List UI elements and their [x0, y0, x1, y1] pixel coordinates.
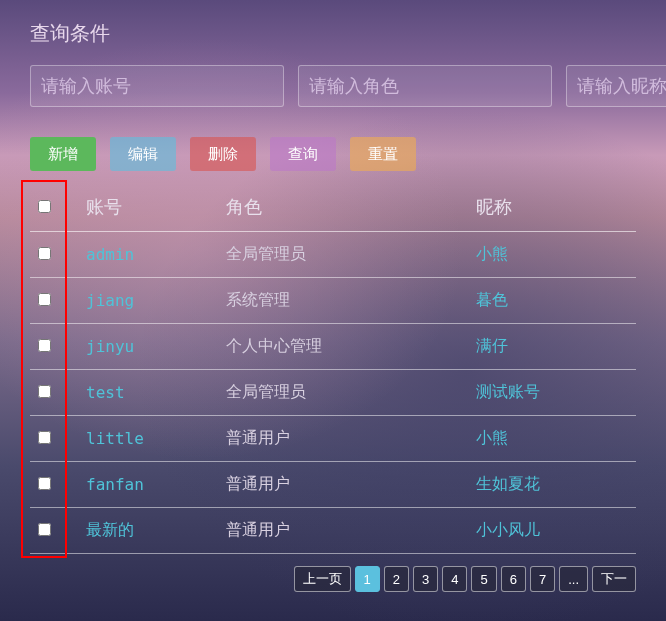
data-table: 账号 角色 昵称 admin全局管理员小熊jiang系统管理暮色jinyu个人中…	[30, 185, 636, 554]
account-input[interactable]	[30, 65, 284, 107]
col-account: 账号	[80, 185, 220, 232]
table-row: 最新的普通用户小小风儿	[30, 508, 636, 554]
page-4[interactable]: 4	[442, 566, 467, 592]
table-row: jiang系统管理暮色	[30, 278, 636, 324]
col-role: 角色	[220, 185, 470, 232]
cell-account: 最新的	[80, 508, 220, 554]
cell-role: 普通用户	[220, 462, 470, 508]
col-nick: 昵称	[470, 185, 636, 232]
add-button[interactable]: 新增	[30, 137, 96, 171]
table-row: fanfan普通用户生如夏花	[30, 462, 636, 508]
table-row: little普通用户小熊	[30, 416, 636, 462]
cell-nick: 小小风儿	[470, 508, 636, 554]
query-title: 查询条件	[30, 20, 636, 47]
row-checkbox[interactable]	[38, 431, 51, 444]
cell-role: 全局管理员	[220, 370, 470, 416]
button-row: 新增 编辑 删除 查询 重置	[30, 137, 636, 171]
page-5[interactable]: 5	[471, 566, 496, 592]
nick-input[interactable]	[566, 65, 666, 107]
table-row: test全局管理员测试账号	[30, 370, 636, 416]
cell-account: admin	[80, 232, 220, 278]
table-row: jinyu个人中心管理满仔	[30, 324, 636, 370]
cell-account: jinyu	[80, 324, 220, 370]
delete-button[interactable]: 删除	[190, 137, 256, 171]
cell-account: fanfan	[80, 462, 220, 508]
cell-nick: 小熊	[470, 416, 636, 462]
role-input[interactable]	[298, 65, 552, 107]
prev-page-button[interactable]: 上一页	[294, 566, 351, 592]
table-row: admin全局管理员小熊	[30, 232, 636, 278]
page-7[interactable]: 7	[530, 566, 555, 592]
cell-role: 普通用户	[220, 508, 470, 554]
cell-role: 全局管理员	[220, 232, 470, 278]
select-all-checkbox[interactable]	[38, 200, 51, 213]
cell-nick: 生如夏花	[470, 462, 636, 508]
cell-account: test	[80, 370, 220, 416]
next-page-button[interactable]: 下一	[592, 566, 636, 592]
page-3[interactable]: 3	[413, 566, 438, 592]
cell-nick: 暮色	[470, 278, 636, 324]
row-checkbox[interactable]	[38, 247, 51, 260]
reset-button[interactable]: 重置	[350, 137, 416, 171]
cell-role: 个人中心管理	[220, 324, 470, 370]
cell-account: little	[80, 416, 220, 462]
row-checkbox[interactable]	[38, 523, 51, 536]
edit-button[interactable]: 编辑	[110, 137, 176, 171]
page-6[interactable]: 6	[501, 566, 526, 592]
cell-nick: 满仔	[470, 324, 636, 370]
search-row	[30, 65, 636, 107]
page-1[interactable]: 1	[355, 566, 380, 592]
cell-role: 系统管理	[220, 278, 470, 324]
row-checkbox[interactable]	[38, 385, 51, 398]
cell-nick: 测试账号	[470, 370, 636, 416]
pager: 上一页 1234567... 下一	[30, 566, 636, 592]
row-checkbox[interactable]	[38, 339, 51, 352]
cell-role: 普通用户	[220, 416, 470, 462]
row-checkbox[interactable]	[38, 477, 51, 490]
row-checkbox[interactable]	[38, 293, 51, 306]
cell-account: jiang	[80, 278, 220, 324]
page-...[interactable]: ...	[559, 566, 588, 592]
page-2[interactable]: 2	[384, 566, 409, 592]
query-button[interactable]: 查询	[270, 137, 336, 171]
cell-nick: 小熊	[470, 232, 636, 278]
